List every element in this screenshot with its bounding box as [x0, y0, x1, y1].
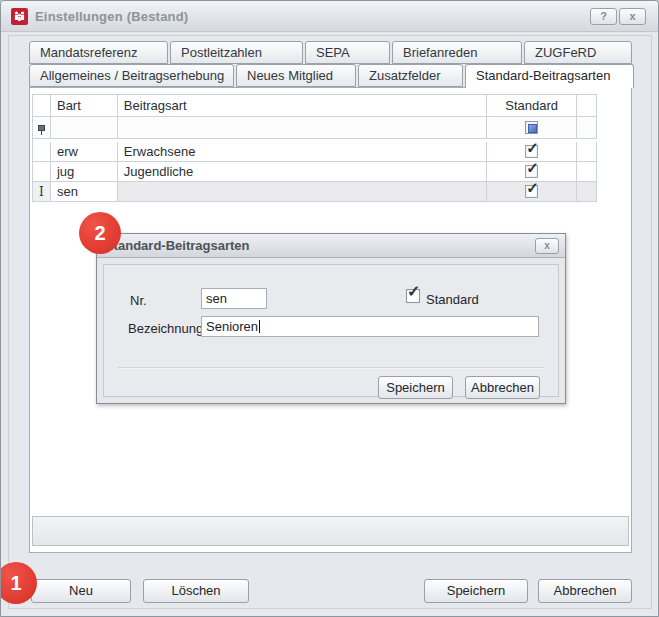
checked-checkbox-icon[interactable]: ✓: [525, 165, 538, 178]
table-row-erw[interactable]: erw Erwachsene ✓: [33, 142, 597, 162]
cell-standard[interactable]: ✓: [487, 142, 577, 162]
column-header-standard[interactable]: Standard: [487, 95, 577, 117]
standard-checkbox-label[interactable]: Standard: [426, 292, 479, 307]
row-indicator: [33, 142, 51, 162]
nr-value: sen: [206, 291, 227, 306]
dialog-save-button[interactable]: Speichern: [378, 376, 453, 399]
dialog-close-button[interactable]: x: [535, 238, 559, 254]
row-indicator: [33, 162, 51, 182]
beitragsarten-grid: Bart Beitragsart Standard erw: [32, 94, 597, 202]
close-icon: x: [629, 10, 635, 22]
dialog-cancel-button[interactable]: Abbrechen: [465, 376, 540, 399]
cell-beitragsart[interactable]: Erwachsene: [118, 142, 487, 162]
cell-bart-editing[interactable]: sen: [51, 182, 118, 202]
save-button[interactable]: Speichern: [424, 579, 528, 603]
grid-header-row: Bart Beitragsart Standard: [33, 95, 597, 117]
filter-cell-beitragsart[interactable]: [118, 117, 487, 139]
delete-button[interactable]: Löschen: [143, 579, 249, 603]
cell-filler: [577, 142, 597, 162]
check-icon: ✓: [526, 162, 539, 175]
tab-standard-beitragsarten[interactable]: Standard-Beitragsarten: [465, 64, 634, 88]
tab-mandatsreferenz[interactable]: Mandatsreferenz: [29, 41, 168, 64]
titlebar: Einstellungen (Bestand) ? x: [1, 1, 658, 32]
close-icon: x: [544, 240, 550, 251]
app-icon: [11, 8, 28, 25]
standard-beitragsarten-dialog: Standard-Beitragsarten x Nr. sen ✓ Stand…: [96, 233, 566, 404]
check-icon: ✓: [526, 142, 539, 155]
cell-standard[interactable]: ✓: [487, 162, 577, 182]
tab-sepa[interactable]: SEPA: [305, 41, 390, 64]
check-icon: ✓: [407, 284, 420, 300]
text-caret: [259, 320, 260, 333]
filter-cell-standard[interactable]: [487, 117, 577, 139]
checked-checkbox-icon[interactable]: ✓: [525, 185, 538, 198]
filter-cell-bart[interactable]: [51, 117, 118, 139]
tab-zugferd[interactable]: ZUGFeRD: [524, 41, 632, 64]
bezeichnung-label: Bezeichnung: [128, 321, 203, 336]
filter-row-indicator: [33, 117, 51, 139]
column-header-beitragsart[interactable]: Beitragsart: [118, 95, 487, 117]
edit-ibeam-icon: I: [39, 185, 44, 199]
question-icon: ?: [600, 10, 607, 22]
filter-pin-icon: [38, 125, 45, 131]
settings-window: Einstellungen (Bestand) ? x Mandatsrefer…: [0, 0, 659, 617]
grid-footer-bar: [32, 516, 629, 546]
nr-label: Nr.: [130, 293, 147, 308]
cell-bart[interactable]: jug: [51, 162, 118, 182]
column-header-bart[interactable]: Bart: [51, 95, 118, 117]
dialog-title: Standard-Beitragsarten: [105, 234, 249, 258]
filter-cell-filler: [577, 117, 597, 139]
cell-bart[interactable]: erw: [51, 142, 118, 162]
check-icon: ✓: [526, 182, 539, 195]
tab-strip-row2: Allgemeines / Beitragserhebung Neues Mit…: [29, 64, 636, 87]
window-title: Einstellungen (Bestand): [35, 1, 188, 32]
standard-checkbox[interactable]: ✓: [406, 289, 420, 303]
bezeichnung-value: Senioren: [206, 319, 258, 334]
cell-filler: [577, 162, 597, 182]
cancel-button[interactable]: Abbrechen: [538, 579, 632, 603]
cell-standard[interactable]: ✓: [487, 182, 577, 202]
table-row-sen[interactable]: I sen ✓: [33, 182, 597, 202]
tab-allgemeines-beitragserhebung[interactable]: Allgemeines / Beitragserhebung: [29, 64, 234, 87]
checked-checkbox-icon[interactable]: ✓: [525, 145, 538, 158]
tab-neues-mitglied[interactable]: Neues Mitglied: [236, 64, 356, 87]
window-close-button[interactable]: x: [619, 8, 646, 25]
row-indicator-editing: I: [33, 182, 51, 202]
tab-postleitzahlen[interactable]: Postleitzahlen: [170, 41, 303, 64]
step-badge-2: 2: [79, 212, 121, 254]
dialog-separator: [118, 367, 544, 369]
cell-beitragsart[interactable]: [118, 182, 487, 202]
bezeichnung-field[interactable]: Senioren: [201, 316, 539, 337]
indeterminate-checkbox-icon[interactable]: [525, 121, 538, 134]
tab-zusatzfelder[interactable]: Zusatzfelder: [358, 64, 463, 87]
table-row-jug[interactable]: jug Jugendliche ✓: [33, 162, 597, 182]
dialog-titlebar: Standard-Beitragsarten x: [97, 234, 565, 258]
cell-beitragsart[interactable]: Jugendliche: [118, 162, 487, 182]
grid-filter-row[interactable]: [33, 117, 597, 139]
grid-indicator-header: [33, 95, 51, 117]
tab-strip-row1: Mandatsreferenz Postleitzahlen SEPA Brie…: [29, 41, 634, 64]
tab-briefanreden[interactable]: Briefanreden: [392, 41, 522, 64]
cell-filler: [577, 182, 597, 202]
help-button[interactable]: ?: [590, 8, 617, 25]
grid-filler-header: [577, 95, 597, 117]
dialog-body: Nr. sen ✓ Standard Bezeichnung Senioren …: [103, 264, 559, 397]
nr-field[interactable]: sen: [201, 288, 267, 309]
new-button[interactable]: Neu: [31, 579, 131, 603]
